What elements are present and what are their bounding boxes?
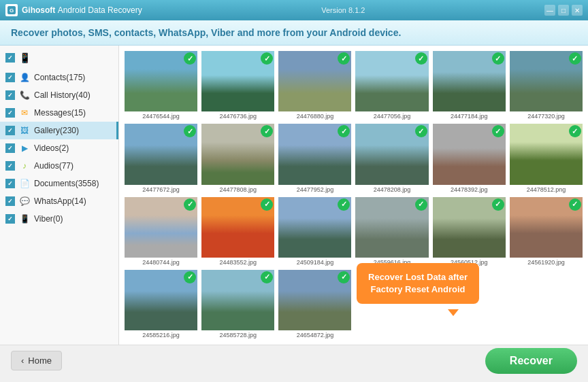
- photo-label-1: 24476736.jpg: [219, 113, 257, 120]
- sidebar-item-6[interactable]: 📄Documents(3558): [0, 175, 118, 192]
- sidebar-icon-6: 📄: [19, 178, 30, 189]
- photo-check-12: ✓: [184, 198, 196, 211]
- photo-label-6: 24477672.jpg: [142, 186, 180, 193]
- sidebar-item-8[interactable]: 📱Viber(0): [0, 210, 118, 228]
- photo-thumb-8: ✓: [278, 124, 351, 184]
- sidebar-checkbox-0[interactable]: [5, 73, 15, 82]
- photo-item-0[interactable]: ✓24476544.jpg: [125, 51, 197, 120]
- svg-text:G: G: [10, 7, 14, 14]
- photo-thumb-5: ✓: [510, 51, 583, 111]
- photo-label-20: 24654872.jpg: [297, 332, 334, 338]
- photo-item-1[interactable]: ✓24476736.jpg: [201, 51, 274, 120]
- sidebar-label-3: Gallery(230): [34, 126, 79, 135]
- sidebar-checkbox-5[interactable]: [5, 161, 15, 171]
- sidebar-item-7[interactable]: 💬WhatsApp(14): [0, 192, 118, 210]
- photo-label-13: 24483552.jpg: [219, 259, 257, 266]
- photo-item-2[interactable]: ✓24476880.jpg: [278, 51, 351, 120]
- photo-item-13[interactable]: ✓24483552.jpg: [201, 197, 274, 266]
- photo-label-7: 24477808.jpg: [219, 186, 257, 193]
- app-version: Version 8.1.2: [321, 6, 365, 14]
- home-label: Home: [28, 355, 52, 366]
- photo-item-9[interactable]: ✓24478208.jpg: [355, 124, 428, 192]
- photo-item-12[interactable]: ✓24480744.jpg: [125, 197, 197, 266]
- photo-label-3: 24477056.jpg: [374, 113, 411, 120]
- content-area: ✓24476544.jpg✓24476736.jpg✓24476880.jpg✓…: [119, 46, 588, 345]
- photo-item-17[interactable]: ✓24561920.jpg: [510, 197, 583, 266]
- photo-check-8: ✓: [338, 125, 350, 137]
- photo-thumb-14: ✓: [278, 197, 351, 258]
- sidebar-icon-3: 🖼: [19, 125, 30, 136]
- photo-thumb-2: ✓: [278, 51, 351, 111]
- photo-item-3[interactable]: ✓24477056.jpg: [355, 51, 428, 120]
- sidebar-checkbox-3[interactable]: [5, 126, 15, 135]
- photo-item-6[interactable]: ✓24477672.jpg: [125, 124, 197, 192]
- photo-label-5: 24477320.jpg: [527, 113, 565, 120]
- title-bar: G Gihosoft Android Data Recovery Version…: [0, 0, 588, 20]
- photo-item-14[interactable]: ✓24509184.jpg: [278, 197, 351, 266]
- photo-label-19: 24585728.jpg: [219, 332, 257, 338]
- photo-item-15[interactable]: ✓24559616.jpg: [355, 197, 428, 266]
- photo-thumb-7: ✓: [201, 124, 274, 184]
- photo-item-19[interactable]: ✓24585728.jpg: [201, 270, 274, 338]
- sidebar-item-2[interactable]: ✉Messages(15): [0, 104, 118, 122]
- sidebar-checkbox-8[interactable]: [5, 214, 15, 224]
- header-banner: Recover photos, SMS, contacts, WhatsApp,…: [0, 20, 588, 46]
- sidebar-checkbox-6[interactable]: [5, 179, 15, 188]
- photo-item-20[interactable]: ✓24654872.jpg: [278, 270, 351, 338]
- tooltip-bubble: Recover Lost Data after Factory Reset An…: [357, 263, 479, 304]
- sidebar-item-4[interactable]: ▶Videos(2): [0, 139, 118, 157]
- device-checkbox[interactable]: [5, 53, 15, 63]
- minimize-button[interactable]: —: [544, 5, 555, 16]
- close-button[interactable]: ✕: [572, 5, 583, 16]
- photo-thumb-11: ✓: [510, 124, 583, 184]
- photo-check-19: ✓: [261, 271, 273, 283]
- sidebar-item-1[interactable]: 📞Call History(40): [0, 86, 118, 104]
- photo-check-6: ✓: [184, 125, 196, 137]
- photo-label-2: 24476880.jpg: [297, 113, 334, 120]
- photo-label-4: 24477184.jpg: [451, 113, 488, 120]
- sidebar-label-8: Viber(0): [34, 214, 63, 224]
- sidebar-checkbox-4[interactable]: [5, 143, 15, 153]
- photo-check-10: ✓: [492, 125, 504, 137]
- home-chevron-icon: ‹: [21, 355, 24, 366]
- photo-item-16[interactable]: ✓24560512.jpg: [433, 197, 506, 266]
- device-item: 📱: [0, 50, 118, 66]
- main-layout: 📱 👤Contacts(175)📞Call History(40)✉Messag…: [0, 46, 588, 345]
- sidebar-checkbox-2[interactable]: [5, 108, 15, 118]
- maximize-button[interactable]: □: [558, 5, 569, 16]
- sidebar-label-0: Contacts(175): [34, 73, 85, 82]
- recover-button[interactable]: Recover: [485, 348, 577, 374]
- photo-thumb-10: ✓: [433, 124, 506, 184]
- photo-check-11: ✓: [569, 125, 581, 137]
- photo-thumb-3: ✓: [355, 51, 428, 111]
- photo-thumb-0: ✓: [125, 51, 197, 111]
- footer: ‹ Home Recover: [0, 345, 588, 376]
- sidebar-item-0[interactable]: 👤Contacts(175): [0, 69, 118, 86]
- photo-check-20: ✓: [338, 271, 350, 283]
- photo-label-0: 24476544.jpg: [142, 113, 180, 120]
- sidebar-icon-5: ♪: [19, 160, 30, 171]
- photo-item-11[interactable]: ✓24478512.png: [510, 124, 583, 192]
- sidebar-item-5[interactable]: ♪Audios(77): [0, 157, 118, 175]
- photo-thumb-12: ✓: [125, 197, 197, 258]
- photo-item-4[interactable]: ✓24477184.jpg: [433, 51, 506, 120]
- photo-check-15: ✓: [415, 198, 427, 211]
- photo-check-14: ✓: [338, 198, 350, 211]
- photo-item-7[interactable]: ✓24477808.jpg: [201, 124, 274, 192]
- photo-item-10[interactable]: ✓24478392.jpg: [433, 124, 506, 192]
- window-controls: — □ ✕: [544, 5, 583, 16]
- home-button[interactable]: ‹ Home: [11, 351, 62, 370]
- sidebar-label-6: Documents(3558): [34, 179, 99, 188]
- sidebar-checkbox-1[interactable]: [5, 90, 15, 100]
- sidebar-checkbox-7[interactable]: [5, 196, 15, 206]
- photo-item-5[interactable]: ✓24477320.jpg: [510, 51, 583, 120]
- photo-item-8[interactable]: ✓24477952.jpg: [278, 124, 351, 192]
- sidebar-item-3[interactable]: 🖼Gallery(230): [0, 122, 118, 139]
- app-logo: G: [5, 4, 18, 16]
- photo-check-4: ✓: [492, 52, 504, 65]
- sidebar-label-4: Videos(2): [34, 143, 69, 153]
- photo-thumb-17: ✓: [510, 197, 583, 258]
- photo-item-18[interactable]: ✓24585216.jpg: [125, 270, 197, 338]
- photo-check-18: ✓: [184, 271, 196, 283]
- photo-thumb-19: ✓: [201, 270, 274, 330]
